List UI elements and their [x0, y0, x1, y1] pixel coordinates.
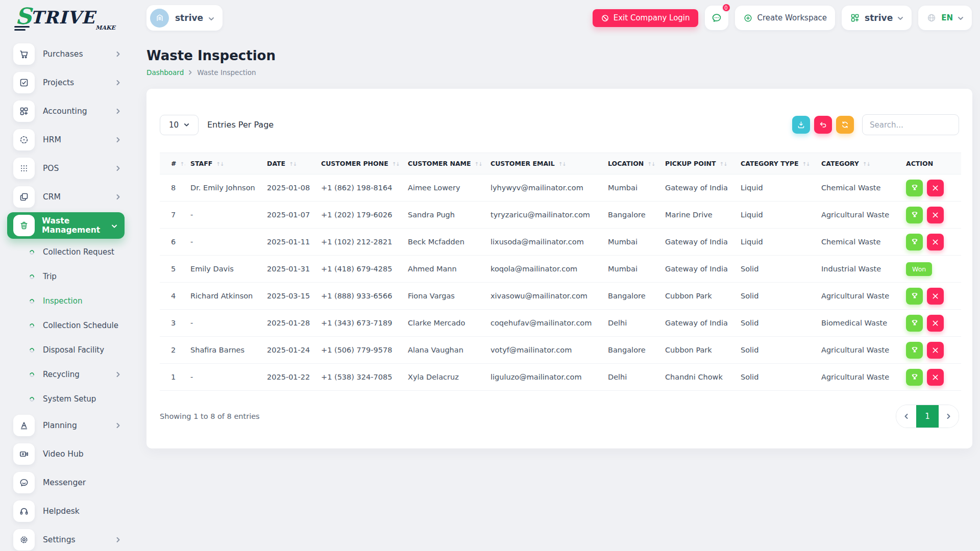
sort-icon[interactable]: ↑↓	[558, 161, 566, 167]
cell-category: Agricultural Waste	[816, 202, 901, 229]
win-button[interactable]	[906, 315, 923, 332]
search-input[interactable]	[862, 114, 959, 135]
sort-icon[interactable]: ↑↓	[475, 161, 482, 167]
column-header-category[interactable]: CATEGORY↑↓	[816, 153, 901, 174]
submenu-item-inspection[interactable]: Inspection	[0, 289, 132, 313]
cell-name: Clarke Mercado	[403, 310, 485, 337]
exit-company-login-label: Exit Company Login	[614, 13, 690, 22]
cell-name: Aimee Lowery	[403, 174, 485, 202]
submenu-item-label: Disposal Facility	[43, 345, 104, 355]
cell-pickup: Chandni Chowk	[660, 364, 736, 391]
workspace-switcher[interactable]: strive	[842, 6, 912, 30]
export-button[interactable]	[792, 116, 810, 134]
trophy-icon	[911, 292, 919, 300]
cell-staff: Shafira Barnes	[185, 337, 262, 364]
sidebar-item-settings[interactable]: Settings	[0, 525, 132, 551]
cell-date: 2025-03-15	[262, 283, 316, 310]
sort-icon[interactable]: ↑↓	[802, 161, 810, 167]
sort-icon[interactable]: ↑↓	[863, 161, 870, 167]
delete-button[interactable]	[927, 369, 944, 386]
sort-icon[interactable]: ↑↓	[647, 161, 655, 167]
delete-button[interactable]	[927, 207, 944, 223]
reset-button[interactable]	[814, 116, 832, 134]
column-header-date[interactable]: DATE↑↓	[262, 153, 316, 174]
cell-name: Alana Vaughan	[403, 337, 485, 364]
cell-date: 2025-01-07	[262, 202, 316, 229]
table-footer: Showing 1 to 8 of 8 entries 1	[160, 405, 959, 428]
column-header--[interactable]: #↑↓	[160, 153, 185, 174]
submenu-item-collection-request[interactable]: Collection Request	[0, 240, 132, 264]
delete-button[interactable]	[927, 234, 944, 251]
sidebar-item-label: Purchases	[43, 49, 83, 59]
sidebar-item-messenger[interactable]: Messenger	[0, 468, 132, 497]
delete-button[interactable]	[927, 342, 944, 359]
cell-staff: -	[185, 202, 262, 229]
win-button[interactable]	[906, 207, 923, 223]
chat-dots-icon	[711, 12, 722, 23]
main-content: Waste Inspection Dashboard Waste Inspect…	[132, 36, 980, 551]
sidebar-item-waste-management[interactable]: Waste Management	[7, 212, 125, 239]
exit-company-login-button[interactable]: Exit Company Login	[593, 9, 698, 27]
win-button[interactable]	[906, 288, 923, 305]
submenu-item-trip[interactable]: Trip	[0, 264, 132, 289]
column-header-pickup-point[interactable]: PICKUP POINT↑↓	[660, 153, 736, 174]
submenu-item-collection-schedule[interactable]: Collection Schedule	[0, 313, 132, 338]
sort-icon[interactable]: ↑↓	[216, 161, 224, 167]
cell-date: 2025-01-11	[262, 229, 316, 256]
cell-num: 4	[160, 283, 185, 310]
messages-button[interactable]: 0	[705, 6, 728, 30]
sort-icon[interactable]: ↑↓	[180, 161, 185, 167]
cell-date: 2025-01-24	[262, 337, 316, 364]
column-header-customer-phone[interactable]: CUSTOMER PHONE↑↓	[316, 153, 403, 174]
submenu-item-recycling[interactable]: Recycling	[0, 362, 132, 387]
column-header-category-type[interactable]: CATEGORY TYPE↑↓	[736, 153, 816, 174]
cell-category-type: Liquid	[736, 202, 816, 229]
breadcrumb-dashboard-link[interactable]: Dashboard	[146, 68, 184, 77]
win-button[interactable]	[906, 234, 923, 251]
workspace-selector[interactable]: strive	[146, 5, 223, 31]
sidebar-item-helpdesk[interactable]: Helpdesk	[0, 497, 132, 525]
refresh-icon	[841, 120, 849, 129]
entries-per-page-select[interactable]: 10	[160, 115, 199, 135]
sidebar-item-pos[interactable]: POS	[0, 154, 132, 183]
win-button[interactable]	[906, 369, 923, 386]
sidebar-item-label: Accounting	[43, 107, 87, 116]
sort-icon[interactable]: ↑↓	[392, 161, 400, 167]
language-selector[interactable]: EN	[918, 6, 972, 30]
column-header-location[interactable]: LOCATION↑↓	[603, 153, 660, 174]
create-workspace-button[interactable]: Create Workspace	[735, 6, 836, 30]
sidebar-item-video-hub[interactable]: Video Hub	[0, 440, 132, 468]
close-icon	[932, 320, 939, 327]
sidebar-item-accounting[interactable]: Accounting	[0, 97, 132, 126]
previous-page-button[interactable]	[896, 405, 916, 428]
delete-button[interactable]	[927, 288, 944, 305]
workspace-grid-icon	[850, 13, 860, 23]
next-page-button[interactable]	[939, 405, 959, 428]
delete-button[interactable]	[927, 180, 944, 196]
sidebar-item-purchases[interactable]: Purchases	[0, 40, 132, 68]
column-header-customer-email[interactable]: CUSTOMER EMAIL↑↓	[485, 153, 603, 174]
column-header-customer-name[interactable]: CUSTOMER NAME↑↓	[403, 153, 485, 174]
win-button[interactable]	[906, 342, 923, 359]
sidebar-item-crm[interactable]: CRM	[0, 183, 132, 211]
submenu-item-system-setup[interactable]: System Setup	[0, 387, 132, 411]
delete-button[interactable]	[927, 315, 944, 332]
column-header-staff[interactable]: STAFF↑↓	[185, 153, 262, 174]
cell-num: 3	[160, 310, 185, 337]
cell-pickup: Marine Drive	[660, 202, 736, 229]
topbar: strive Exit Company Login 0 Create Works…	[132, 0, 980, 36]
sidebar-item-planning[interactable]: Planning	[0, 411, 132, 440]
chat-bubble-icon	[13, 472, 35, 493]
sort-icon[interactable]: ↑↓	[720, 161, 727, 167]
submenu-item-disposal-facility[interactable]: Disposal Facility	[0, 338, 132, 362]
cell-pickup: Gateway of India	[660, 174, 736, 202]
sidebar-item-label: Projects	[43, 78, 74, 87]
win-button[interactable]	[906, 180, 923, 196]
sidebar-item-projects[interactable]: Projects	[0, 68, 132, 97]
page-number-button[interactable]: 1	[916, 405, 939, 428]
cell-pickup: Cubbon Park	[660, 283, 736, 310]
refresh-button[interactable]	[836, 116, 854, 134]
cell-location: Bangalore	[603, 202, 660, 229]
sort-icon[interactable]: ↑↓	[289, 161, 297, 167]
sidebar-item-hrm[interactable]: HRM	[0, 126, 132, 154]
